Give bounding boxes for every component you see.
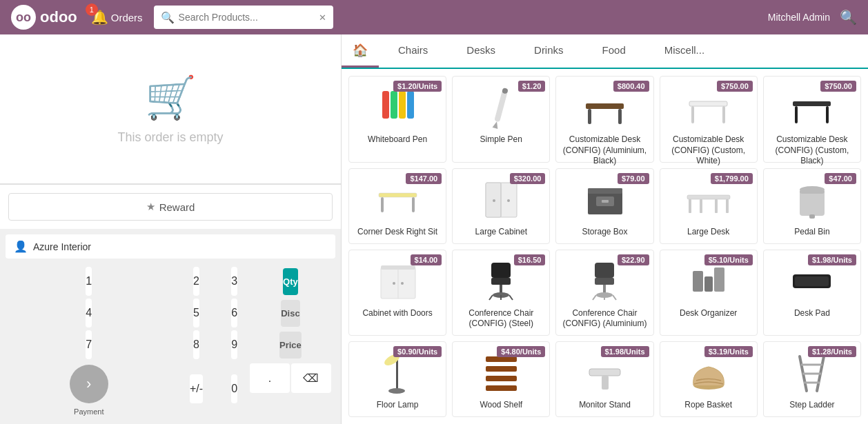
svg-rect-13: [793, 101, 831, 106]
product-name: Customizable Desk (CONFIG) (Custom, Blac…: [769, 134, 855, 167]
reward-bar: ★ Reward: [0, 183, 341, 229]
svg-rect-2: [399, 91, 406, 119]
svg-point-62: [388, 388, 405, 394]
key-5[interactable]: 5: [193, 299, 199, 327]
product-desk-alum-black[interactable]: $800.40 Customizable Desk (CONFIG) (Alum…: [555, 76, 653, 163]
key-9[interactable]: 9: [231, 330, 237, 359]
price-badge: $1.20: [518, 81, 546, 92]
product-cabinet-doors[interactable]: $14.00 Cabinet with Doors: [348, 250, 446, 336]
svg-rect-57: [704, 276, 713, 292]
tab-home[interactable]: 🏠: [342, 34, 379, 68]
svg-rect-49: [595, 263, 614, 278]
product-storage-box[interactable]: $79.00 Storage Box: [555, 168, 653, 244]
payment-button[interactable]: ›: [70, 365, 108, 403]
svg-marker-5: [492, 121, 499, 129]
orders-button[interactable]: 1 🔔 Orders: [91, 9, 143, 26]
clear-search-icon[interactable]: ✕: [319, 12, 326, 23]
product-desk-custom-black[interactable]: $750.00 Customizable Desk (CONFIG) (Cust…: [763, 76, 861, 163]
product-step-ladder[interactable]: $1.28/Units Step Ladder: [763, 341, 861, 417]
svg-rect-30: [700, 199, 702, 213]
product-large-cabinet[interactable]: $320.00 Large Cabinet: [452, 168, 550, 244]
numpad-area: 👤 Azure Interior 1 2 3 Qty 4 5 6 Disc 7: [0, 229, 341, 424]
price-badge: $1,799.00: [711, 173, 753, 184]
reward-button[interactable]: ★ Reward: [8, 193, 333, 221]
svg-point-40: [401, 282, 404, 285]
product-pedal-bin[interactable]: $47.00 Pedal Bin: [763, 168, 861, 244]
price-badge: $16.50: [514, 254, 546, 265]
key-1[interactable]: 1: [86, 267, 92, 296]
price-badge: $1.98/Units: [601, 346, 649, 357]
svg-rect-65: [486, 366, 517, 372]
search-icon: 🔍: [161, 11, 175, 24]
key-0[interactable]: 0: [231, 374, 237, 403]
search-bar: 🔍 ✕: [154, 6, 333, 29]
key-2[interactable]: 2: [193, 267, 199, 296]
search-input[interactable]: [179, 12, 319, 23]
key-4[interactable]: 4: [86, 299, 92, 327]
mode-disc[interactable]: Disc: [281, 300, 299, 327]
product-desk-custom-white[interactable]: $750.00 Customizable Desk (CONFIG) (Cust…: [660, 76, 758, 163]
product-wood-shelf[interactable]: $4.80/Units Wood Shelf: [452, 341, 550, 417]
svg-point-39: [393, 282, 395, 285]
product-name: Floor Lamp: [377, 400, 419, 411]
svg-line-46: [489, 295, 493, 300]
svg-rect-27: [602, 200, 609, 203]
svg-rect-56: [693, 271, 703, 292]
topbar: oo odoo 1 🔔 Orders 🔍 ✕ Mitchell Admin 🔍: [0, 0, 868, 34]
svg-rect-16: [379, 193, 417, 197]
tab-chairs[interactable]: Chairs: [379, 34, 447, 68]
price-badge: $750.00: [717, 81, 753, 92]
mode-qty[interactable]: Qty: [283, 268, 298, 295]
main-layout: 🛒 This order is empty ★ Reward 👤 Azure I…: [0, 34, 868, 424]
product-chair-alum[interactable]: $22.90 Conference Chair (CONFIG) (Alumin…: [555, 250, 653, 336]
tab-drinks[interactable]: Drinks: [515, 34, 583, 68]
price-badge: $0.90/Units: [393, 346, 442, 357]
product-monitor-stand[interactable]: $1.98/Units Monitor Stand: [555, 341, 653, 417]
product-simple-pen[interactable]: $1.20 Simple Pen: [452, 76, 550, 163]
key-decimal[interactable]: .: [250, 363, 290, 393]
svg-rect-41: [381, 265, 415, 270]
svg-rect-31: [715, 199, 718, 213]
product-whiteboard-pen[interactable]: $1.20/Units Whiteboard Pen: [348, 76, 446, 163]
person-icon: 👤: [14, 240, 28, 253]
product-name: Conference Chair (CONFIG) (Aluminium): [562, 308, 647, 330]
product-floor-lamp[interactable]: $0.90/Units Floor Lamp: [348, 341, 446, 417]
product-name: Desk Pad: [794, 308, 830, 319]
mode-price[interactable]: Price: [279, 332, 302, 359]
product-chair-steel[interactable]: $16.50 Conference Chair (CONFIG) (Steel): [452, 250, 550, 336]
product-name: Pedal Bin: [794, 227, 829, 238]
key-3[interactable]: 3: [231, 267, 237, 296]
svg-rect-9: [618, 109, 622, 124]
product-large-desk[interactable]: $1,799.00 Large Desk: [660, 168, 758, 244]
svg-rect-3: [407, 91, 414, 119]
price-badge: $5.10/Units: [704, 254, 753, 265]
svg-rect-66: [486, 376, 517, 381]
topbar-right: Mitchell Admin 🔍: [768, 9, 857, 26]
price-badge: $79.00: [618, 173, 649, 184]
price-badge: $47.00: [825, 173, 856, 184]
svg-rect-42: [491, 263, 511, 278]
product-rope-basket[interactable]: $3.19/Units Rope Basket: [660, 341, 758, 417]
product-name: Rope Basket: [684, 400, 732, 411]
key-plusminus[interactable]: +/-: [190, 374, 203, 403]
topbar-search-icon[interactable]: 🔍: [840, 9, 857, 26]
tab-desks[interactable]: Desks: [447, 34, 515, 68]
tab-misc[interactable]: Miscell...: [645, 34, 724, 68]
svg-rect-12: [722, 106, 725, 123]
product-corner-desk[interactable]: $147.00 Corner Desk Right Sit: [348, 168, 446, 244]
numpad-table: 1 2 3 Qty 4 5 6 Disc 7 8 9 Price: [6, 264, 335, 418]
price-badge: $750.00: [820, 81, 856, 92]
key-6[interactable]: 6: [231, 299, 237, 327]
price-badge: $1.28/Units: [808, 346, 856, 357]
product-desk-organizer[interactable]: $5.10/Units Desk Organizer: [660, 250, 758, 336]
product-desk-pad[interactable]: $1.98/Units Desk Pad: [763, 250, 861, 336]
tab-food[interactable]: Food: [583, 34, 645, 68]
product-name: Large Cabinet: [475, 227, 527, 238]
product-name: Desk Organizer: [680, 308, 737, 319]
key-7[interactable]: 7: [86, 330, 92, 359]
svg-rect-29: [689, 199, 691, 213]
key-backspace[interactable]: ⌫: [291, 363, 331, 393]
price-badge: $14.00: [411, 254, 442, 265]
key-8[interactable]: 8: [193, 330, 199, 359]
svg-rect-28: [687, 195, 730, 199]
